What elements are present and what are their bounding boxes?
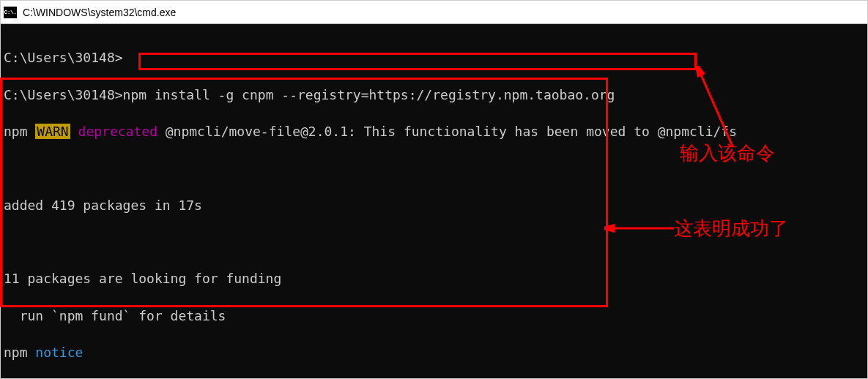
deprecated-label: deprecated [78, 124, 157, 139]
warn-rest: @npmcli/move-file@2.0.1: This functional… [157, 124, 737, 139]
prompt-line: C:\Users\30148> [4, 50, 123, 65]
window-title: C:\WINDOWS\system32\cmd.exe [23, 7, 176, 18]
warn-badge: WARN [35, 124, 70, 139]
title-bar[interactable]: C:\. C:\WINDOWS\system32\cmd.exe [1, 1, 867, 24]
added-line: added 419 packages in 17s [4, 198, 202, 213]
terminal-output[interactable]: C:\Users\30148> C:\Users\30148>npm insta… [1, 24, 867, 378]
cmd-icon: C:\. [4, 7, 17, 18]
funding-line1: 11 packages are looking for funding [4, 271, 281, 286]
npm-label: npm [4, 345, 28, 360]
prompt-line: C:\Users\30148> [4, 87, 123, 102]
cmd-window: C:\. C:\WINDOWS\system32\cmd.exe C:\User… [0, 0, 868, 379]
notice-label: notice [35, 345, 83, 360]
funding-line2: run `npm fund` for details [4, 308, 226, 323]
npm-label: npm [4, 124, 28, 139]
command-text: npm install -g cnpm --registry=https://r… [123, 87, 615, 102]
